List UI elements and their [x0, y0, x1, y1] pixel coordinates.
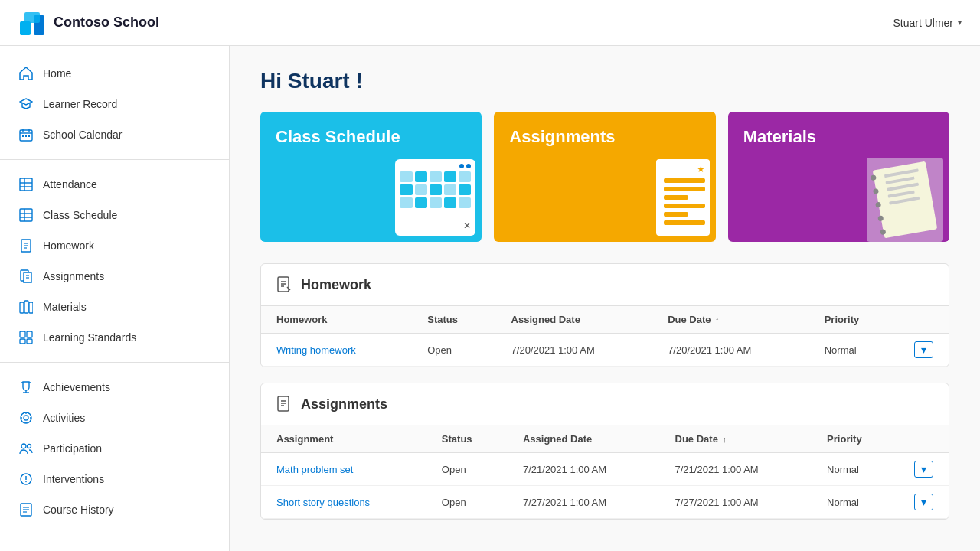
assign-dropdown-btn-1[interactable]: ▾ — [914, 494, 933, 510]
sidebar-label-materials: Materials — [43, 301, 87, 313]
svg-rect-30 — [20, 331, 25, 337]
sidebar-item-participation[interactable]: Participation — [0, 433, 229, 464]
assign-row-assigned-1: 7/27/2021 1:00 AM — [508, 486, 660, 519]
calendar-icon — [18, 127, 34, 142]
sidebar-item-assignments[interactable]: Assignments — [0, 261, 229, 292]
svg-point-37 — [24, 416, 28, 420]
svg-rect-11 — [20, 178, 32, 191]
table-row: Short story questions Open 7/27/2021 1:0… — [261, 486, 949, 519]
svg-rect-9 — [25, 135, 27, 137]
assign-row-assigned-0: 7/21/2021 1:00 AM — [508, 453, 660, 486]
assign-row-name-0[interactable]: Math problem set — [276, 464, 353, 475]
table-icon — [18, 177, 34, 192]
homework-col-assigned: Assigned Date — [496, 306, 653, 334]
svg-rect-32 — [20, 339, 25, 344]
user-menu[interactable]: Stuart Ulmer ▾ — [893, 17, 962, 29]
homework-section: Homework Homework Status Assigned Date D… — [260, 263, 949, 367]
assign-row-due-0: 7/21/2021 1:00 AM — [660, 453, 812, 486]
logo-area: Contoso School — [18, 9, 159, 37]
homework-col-priority: Priority — [809, 306, 899, 334]
homework-title: Homework — [301, 277, 371, 293]
graduation-icon — [18, 96, 34, 112]
homework-row-assigned-0: 7/20/2021 1:00 AM — [496, 334, 653, 367]
sidebar-label-school-calendar: School Calendar — [43, 129, 122, 141]
main-content: Hi Stuart ! Class Schedule — [230, 46, 980, 551]
sidebar-label-activities: Activities — [43, 412, 85, 424]
sidebar-item-activities[interactable]: Activities — [0, 403, 229, 433]
sidebar-item-interventions[interactable]: Interventions — [0, 464, 229, 494]
svg-rect-29 — [29, 302, 33, 313]
sidebar-divider-2 — [0, 362, 229, 363]
homework-col-due: Due Date ↑ — [652, 306, 809, 334]
assign-row-priority-0: Normal — [812, 453, 899, 486]
table-row: Writing homework Open 7/20/2021 1:00 AM … — [261, 334, 949, 367]
page-greeting: Hi Stuart ! — [260, 69, 949, 93]
sidebar-label-course-history: Course History — [43, 504, 114, 516]
svg-rect-28 — [24, 301, 28, 313]
assign-row-status-0: Open — [426, 453, 508, 486]
materials-icon — [18, 299, 34, 315]
sidebar-item-achievements[interactable]: Achievements — [0, 372, 229, 403]
homework-icon — [18, 238, 34, 253]
schedule-icon — [18, 207, 34, 223]
card-materials-title: Materials — [743, 127, 816, 146]
sidebar-item-learner-record[interactable]: Learner Record — [0, 89, 229, 119]
table-row: Math problem set Open 7/21/2021 1:00 AM … — [261, 453, 949, 486]
sidebar-label-achievements: Achievements — [43, 381, 110, 393]
assign-col-due: Due Date ↑ — [660, 425, 812, 453]
assign-row-priority-1: Normal — [812, 486, 899, 519]
app-name: Contoso School — [54, 15, 159, 31]
people-icon — [18, 441, 34, 456]
sort-arrow-icon: ↑ — [715, 315, 720, 324]
trophy-icon — [18, 380, 34, 395]
card-class-schedule-title: Class Schedule — [276, 127, 400, 146]
sidebar-item-homework[interactable]: Homework — [0, 230, 229, 261]
svg-rect-31 — [27, 331, 32, 337]
sidebar-label-home: Home — [43, 67, 71, 80]
homework-dropdown-btn-0[interactable]: ▾ — [914, 341, 933, 358]
sidebar-item-class-schedule[interactable]: Class Schedule — [0, 200, 229, 230]
card-assignments[interactable]: Assignments ★ — [494, 112, 715, 242]
assign-col-assigned: Assigned Date — [508, 425, 660, 453]
svg-point-36 — [21, 412, 31, 423]
sidebar-label-homework: Homework — [43, 240, 94, 252]
sidebar-item-materials[interactable]: Materials — [0, 292, 229, 322]
assign-row-due-1: 7/27/2021 1:00 AM — [660, 486, 812, 519]
sidebar-item-home[interactable]: Home — [0, 58, 229, 89]
assign-dropdown-btn-0[interactable]: ▾ — [914, 461, 933, 478]
sidebar: Home Learner Record — [0, 46, 230, 551]
assign-row-name-1[interactable]: Short story questions — [276, 497, 370, 508]
user-chevron-icon: ▾ — [958, 18, 962, 27]
homework-row-status-0: Open — [412, 334, 495, 367]
svg-rect-15 — [20, 209, 32, 221]
svg-rect-10 — [28, 135, 30, 137]
sidebar-item-learning-standards[interactable]: Learning Standards — [0, 322, 229, 353]
svg-point-42 — [21, 444, 26, 448]
svg-point-46 — [25, 481, 27, 483]
assignments-icon — [18, 269, 34, 284]
svg-point-43 — [28, 445, 31, 448]
sidebar-label-interventions: Interventions — [43, 473, 104, 485]
homework-col-name: Homework — [261, 306, 412, 334]
sidebar-item-attendance[interactable]: Attendance — [0, 169, 229, 200]
sidebar-item-course-history[interactable]: Course History — [0, 494, 229, 525]
homework-header: Homework — [261, 264, 949, 306]
sidebar-label-participation: Participation — [43, 442, 102, 455]
home-icon — [18, 66, 34, 81]
sidebar-item-school-calendar[interactable]: School Calendar — [0, 119, 229, 150]
homework-row-name-0[interactable]: Writing homework — [276, 344, 356, 356]
main-layout: Home Learner Record — [0, 46, 980, 551]
standards-icon — [18, 330, 34, 345]
activities-icon — [18, 410, 34, 425]
sidebar-label-attendance: Attendance — [43, 178, 97, 191]
homework-row-priority-0: Normal — [809, 334, 899, 367]
card-class-schedule[interactable]: Class Schedule — [260, 112, 482, 242]
assign-col-name: Assignment — [261, 425, 426, 453]
svg-rect-33 — [27, 339, 32, 344]
homework-header-icon — [276, 276, 293, 293]
app-logo-icon — [18, 9, 46, 37]
app-header: Contoso School Stuart Ulmer ▾ — [0, 0, 980, 46]
sidebar-label-class-schedule: Class Schedule — [43, 209, 117, 221]
card-materials[interactable]: Materials — [728, 112, 949, 242]
sort-arrow-icon: ↑ — [723, 435, 727, 444]
